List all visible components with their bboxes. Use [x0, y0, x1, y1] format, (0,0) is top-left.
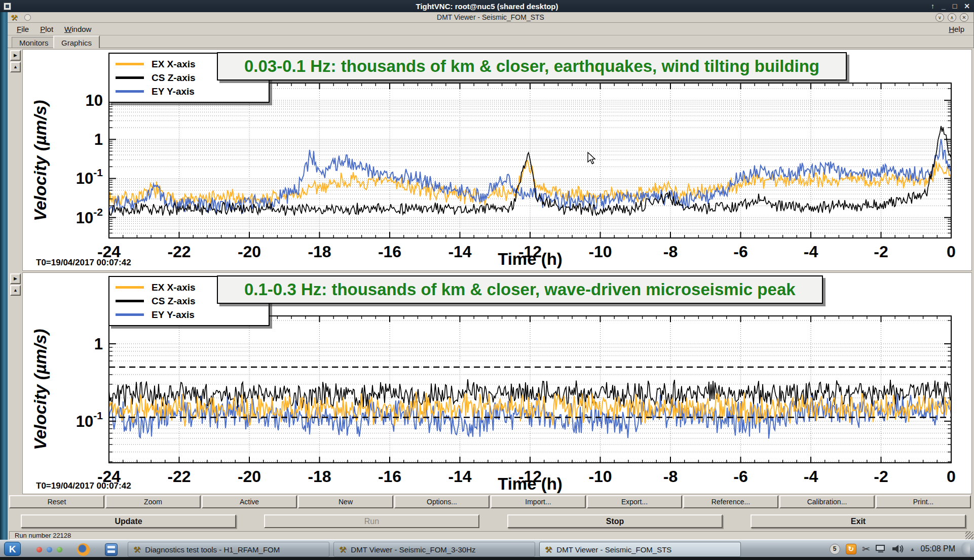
svg-text:-14: -14 [448, 467, 471, 486]
vnc-title: TightVNC: root@nuc5 (shared desktop) [0, 2, 974, 11]
legend-swatch-cs [116, 300, 144, 302]
network-monitor-icon[interactable] [876, 545, 886, 553]
chart-panel-0.03-0.1Hz: -24-22-20-18-16-14-12-10-8-6-4-2010110-1… [22, 49, 972, 271]
menu-help[interactable]: Help [949, 25, 964, 33]
svg-text:-14: -14 [448, 243, 471, 261]
svg-text:10-1: 10-1 [76, 167, 103, 187]
mouse-cursor-icon [587, 152, 598, 165]
toolbar: Reset Zoom Active New Options... Import.… [9, 495, 971, 508]
annotation-text: 0.1-0.3 Hz: thousands of km & closer, wa… [244, 280, 796, 299]
print-button[interactable]: Print... [876, 495, 971, 508]
kde-menu-button[interactable]: K [4, 542, 21, 556]
update-notifier-icon[interactable]: ↻ [846, 544, 856, 554]
svg-text:-8: -8 [663, 243, 678, 261]
calibration-button[interactable]: Calibration... [779, 495, 875, 508]
zoom-button[interactable]: Zoom [105, 495, 201, 508]
app-maximize-button[interactable]: ∧ [948, 13, 956, 22]
svg-text:-20: -20 [238, 467, 261, 486]
menu-plot[interactable]: Plot [40, 25, 53, 33]
dmt-viewer-window: ⚒ DMT Viewer - Seismic_FOM_STS ∨ ∧ ✕ Fil… [8, 12, 974, 540]
vnc-maximize-icon[interactable]: □ [953, 0, 957, 12]
firefox-icon[interactable] [77, 543, 90, 556]
workspace-badge-icon[interactable]: 5 [830, 544, 840, 554]
klipper-scissors-icon[interactable]: ✂ [862, 543, 870, 555]
app-close-button[interactable]: ✕ [960, 13, 968, 22]
svg-text:Time (h): Time (h) [498, 474, 563, 493]
taskbar-item-dmt-sts[interactable]: ⚒ DMT Viewer - Seismic_FOM_STS [539, 542, 741, 557]
panel-hide-crescent-icon[interactable] [961, 542, 970, 555]
svg-text:10-1: 10-1 [76, 410, 103, 430]
graphics-content: ▶ ▲ ▶ ▲ -24-22-20-18-16-14-12-10-8-6-4-2… [8, 48, 974, 540]
taskbar-item-dmt-3-30hz[interactable]: ⚒ DMT Viewer - Seismic_FOM_3-30Hz [333, 542, 535, 557]
svg-text:-6: -6 [733, 467, 747, 486]
vnc-minimize-icon[interactable]: _ [942, 0, 946, 12]
reset-button[interactable]: Reset [9, 495, 104, 508]
svg-text:-10: -10 [588, 243, 612, 261]
taskbar: K ⚒ Diagnostics test tools - H1_RFAM_FOM… [0, 540, 974, 560]
taskbar-item-label: DMT Viewer - Seismic_FOM_STS [556, 545, 671, 554]
vnc-pin-icon[interactable]: ↑ [931, 0, 934, 12]
menu-file[interactable]: File [17, 25, 29, 33]
svg-text:Time (h): Time (h) [498, 250, 563, 268]
clock[interactable]: 05:08 PM [921, 544, 955, 553]
legend-swatch-ey [116, 90, 144, 93]
svg-text:Velocity (µm/s): Velocity (µm/s) [30, 329, 50, 450]
volume-icon[interactable] [891, 544, 905, 554]
dmt-app-icon: ⚒ [545, 545, 552, 554]
legend-label-ey: EY Y-axis [152, 86, 195, 97]
active-button[interactable]: Active [202, 495, 297, 508]
svg-text:-16: -16 [378, 467, 401, 486]
svg-text:-4: -4 [804, 467, 818, 486]
tabbar: Monitors Graphics [8, 35, 973, 48]
svg-text:-8: -8 [663, 467, 678, 486]
panel1-up-arrow-icon[interactable]: ▲ [10, 62, 21, 72]
tab-graphics[interactable]: Graphics [53, 35, 100, 48]
menu-window[interactable]: Window [64, 25, 91, 33]
run-button[interactable]: Run [264, 514, 479, 528]
app-titlebar[interactable]: ⚒ DMT Viewer - Seismic_FOM_STS ∨ ∧ ✕ [8, 12, 973, 23]
svg-text:-16: -16 [378, 243, 401, 261]
svg-text:-18: -18 [308, 243, 331, 261]
svg-text:-22: -22 [167, 467, 191, 486]
chart-panel-0.1-0.3Hz: -24-22-20-18-16-14-12-10-8-6-4-20110-1Ti… [22, 272, 972, 494]
options-button[interactable]: Options... [394, 495, 490, 508]
vnc-titlebar[interactable]: TightVNC: root@nuc5 (shared desktop) ↑ _… [0, 0, 974, 12]
legend-label-cs: CS Z-axis [152, 296, 196, 307]
desktop-pager-dot-green[interactable] [57, 547, 62, 552]
desktop-edge-strip [0, 12, 8, 540]
export-button[interactable]: Export... [587, 495, 682, 508]
desktop-pager-dot-red[interactable] [36, 547, 42, 552]
action-row: Update Run Stop Exit [21, 514, 966, 528]
import-button[interactable]: Import... [491, 495, 586, 508]
reference-button[interactable]: Reference... [683, 495, 778, 508]
file-manager-icon[interactable] [105, 543, 118, 556]
vnc-close-icon[interactable]: ✕ [964, 0, 970, 12]
resize-grip[interactable] [965, 532, 973, 539]
legend-row: EY Y-axis [116, 85, 269, 98]
svg-text:-2: -2 [874, 243, 888, 261]
legend-label-ey: EY Y-axis [152, 309, 195, 321]
legend-swatch-ex [116, 63, 144, 65]
taskbar-item-diagnostics[interactable]: ⚒ Diagnostics test tools - H1_RFAM_FOM [128, 542, 329, 557]
taskbar-item-label: DMT Viewer - Seismic_FOM_3-30Hz [351, 545, 475, 554]
svg-text:-22: -22 [167, 243, 191, 261]
exit-button[interactable]: Exit [751, 514, 966, 528]
new-button[interactable]: New [298, 495, 393, 508]
update-button[interactable]: Update [21, 514, 236, 528]
t0-timestamp: T0=19/04/2017 00:07:42 [36, 258, 131, 268]
svg-text:10: 10 [86, 92, 103, 109]
svg-text:-20: -20 [238, 243, 261, 261]
tray-expand-arrow-icon[interactable]: ▲ [910, 546, 915, 552]
menubar: File Plot Window Help [8, 23, 973, 35]
legend-swatch-ex [116, 286, 144, 289]
app-minimize-button[interactable]: ∨ [935, 13, 944, 22]
annotation-box: 0.03-0.1 Hz: thousands of km & closer, e… [217, 52, 847, 81]
panel2-up-arrow-icon[interactable]: ▲ [10, 285, 21, 296]
svg-text:10-2: 10-2 [76, 206, 103, 227]
panel1-expand-arrow-icon[interactable]: ▶ [10, 50, 21, 61]
panel2-expand-arrow-icon[interactable]: ▶ [10, 273, 21, 284]
tab-monitors[interactable]: Monitors [12, 37, 56, 48]
taskbar-item-label: Diagnostics test tools - H1_RFAM_FOM [145, 545, 280, 554]
stop-button[interactable]: Stop [507, 514, 723, 528]
desktop-pager-dot-blue[interactable] [47, 547, 52, 552]
